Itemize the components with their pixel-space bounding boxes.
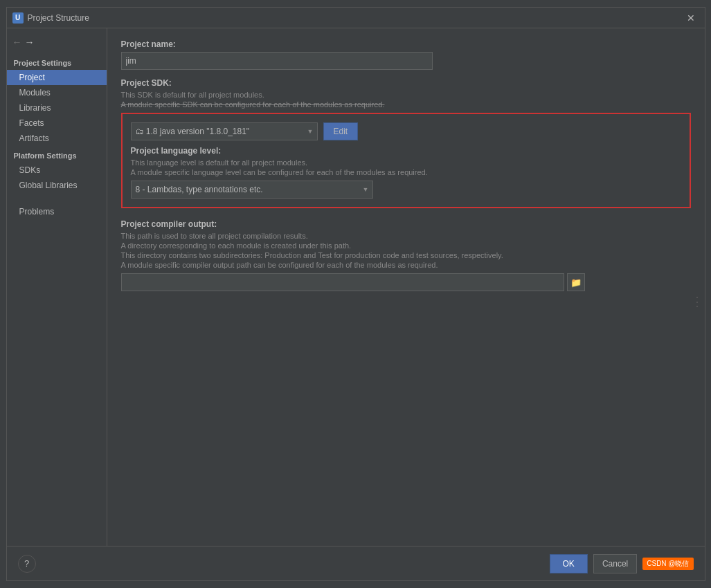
sidebar-item-modules[interactable]: Modules [7, 85, 107, 100]
sidebar-item-libraries[interactable]: Libraries [7, 100, 107, 116]
lang-level-select[interactable]: 8 - Lambdas, type annotations etc. [131, 181, 373, 199]
project-sdk-label: Project SDK: [121, 78, 691, 88]
project-name-input[interactable] [121, 52, 433, 70]
lang-level-select-row: 8 - Lambdas, type annotations etc. [131, 181, 681, 199]
dialog-title: Project Structure [28, 13, 683, 23]
edit-button[interactable]: Edit [323, 122, 359, 140]
compiler-desc3: This directory contains two subdirectori… [121, 251, 691, 259]
sidebar: ← → Project Settings Project Modules Lib… [7, 28, 107, 546]
compiler-desc2: A directory corresponding to each module… [121, 241, 691, 250]
project-structure-dialog: U Project Structure ✕ ← → Project Settin… [6, 7, 705, 581]
sidebar-item-artifacts[interactable]: Artifacts [7, 131, 107, 146]
sidebar-nav: ← → [7, 34, 107, 53]
sdk-select[interactable]: 🗂 1.8 java version "1.8.0_181" [131, 122, 318, 140]
sidebar-item-project[interactable]: Project [7, 70, 107, 85]
app-icon: U [12, 12, 24, 24]
sdk-desc2: A module specific SDK can be configured … [121, 100, 691, 109]
compiler-desc4: A module specific compiler output path c… [121, 261, 691, 269]
compiler-desc1: This path is used to store all project c… [121, 232, 691, 240]
lang-level-desc1: This language level is default for all p… [131, 158, 681, 167]
scroll-indicator: ⋮ [691, 294, 703, 309]
cancel-button[interactable]: Cancel [593, 554, 637, 573]
forward-arrow[interactable]: → [25, 37, 35, 48]
sidebar-item-facets[interactable]: Facets [7, 116, 107, 131]
sdk-language-section: 🗂 1.8 java version "1.8.0_181" Edit Proj… [121, 113, 691, 208]
language-level-section: Project language level: This language le… [131, 146, 681, 199]
ok-button[interactable]: OK [550, 554, 588, 573]
sdk-desc1: This SDK is default for all project modu… [121, 91, 691, 99]
lang-level-wrapper: 8 - Lambdas, type annotations etc. [131, 181, 373, 199]
output-path-input[interactable] [121, 273, 564, 291]
sidebar-item-sdks[interactable]: SDKs [7, 163, 107, 178]
bottom-bar: ? OK Cancel CSDN @晓信 [7, 546, 705, 580]
sdk-select-wrapper: 🗂 1.8 java version "1.8.0_181" [131, 122, 318, 140]
folder-icon: 📁 [570, 277, 582, 288]
back-arrow[interactable]: ← [12, 37, 22, 48]
compiler-output-section: Project compiler output: This path is us… [121, 219, 691, 291]
title-bar: U Project Structure ✕ [7, 8, 705, 28]
platform-settings-label: Platform Settings [7, 146, 107, 163]
sidebar-item-global-libraries[interactable]: Global Libraries [7, 178, 107, 193]
lang-level-label: Project language level: [131, 146, 681, 156]
folder-browse-button[interactable]: 📁 [567, 273, 585, 291]
sidebar-item-problems[interactable]: Problems [7, 204, 107, 219]
csdn-badge: CSDN @晓信 [642, 558, 693, 570]
project-settings-label: Project Settings [7, 53, 107, 70]
sdk-select-row: 🗂 1.8 java version "1.8.0_181" Edit [131, 122, 681, 140]
help-button[interactable]: ? [18, 555, 36, 573]
close-button[interactable]: ✕ [683, 11, 699, 25]
output-path-row: 📁 [121, 273, 691, 291]
lang-level-desc2: A module specific language level can be … [131, 168, 681, 176]
dialog-body: ← → Project Settings Project Modules Lib… [7, 28, 705, 546]
main-content: Project name: Project SDK: This SDK is d… [107, 28, 705, 546]
project-name-section: Project name: [121, 39, 691, 70]
project-name-label: Project name: [121, 39, 691, 49]
compiler-output-label: Project compiler output: [121, 219, 691, 229]
sdk-section-header: Project SDK: This SDK is default for all… [121, 78, 691, 109]
